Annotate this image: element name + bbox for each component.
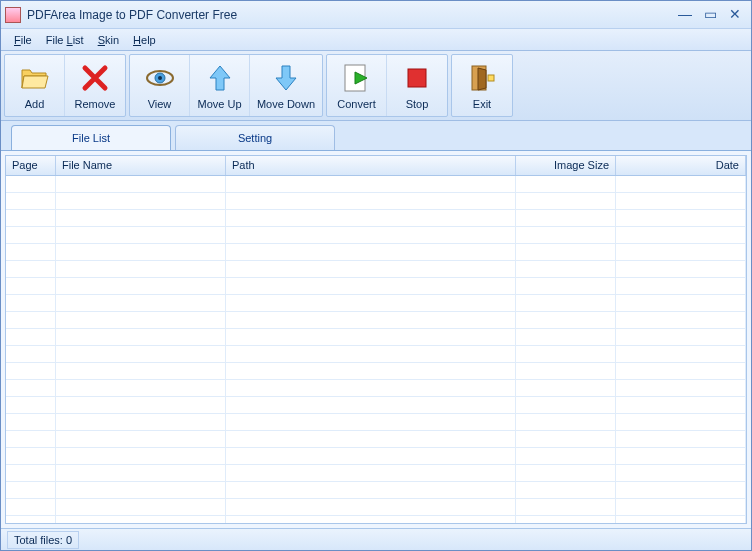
- remove-button[interactable]: Remove: [65, 55, 125, 116]
- app-icon: [5, 7, 21, 23]
- menu-skin[interactable]: Skin: [91, 32, 126, 48]
- menu-help[interactable]: Help: [126, 32, 163, 48]
- table-row[interactable]: [6, 363, 746, 380]
- remove-label: Remove: [75, 98, 116, 110]
- table-row[interactable]: [6, 414, 746, 431]
- table-row[interactable]: [6, 516, 746, 523]
- add-label: Add: [25, 98, 45, 110]
- grid-body[interactable]: [6, 176, 746, 523]
- column-date[interactable]: Date: [616, 156, 746, 175]
- titlebar: PDFArea Image to PDF Converter Free — ▭ …: [1, 1, 751, 29]
- menubar: File File List Skin Help: [1, 29, 751, 51]
- table-row[interactable]: [6, 346, 746, 363]
- moveup-label: Move Up: [197, 98, 241, 110]
- column-page[interactable]: Page: [6, 156, 56, 175]
- grid-header: Page File Name Path Image Size Date: [6, 156, 746, 176]
- toolbar-group-action: Convert Stop: [326, 54, 448, 117]
- menu-file[interactable]: File: [7, 32, 39, 48]
- table-row[interactable]: [6, 499, 746, 516]
- table-row[interactable]: [6, 193, 746, 210]
- movedown-label: Move Down: [257, 98, 315, 110]
- moveup-button[interactable]: Move Up: [190, 55, 250, 116]
- eye-icon: [144, 62, 176, 94]
- exit-door-icon: [466, 62, 498, 94]
- stop-button[interactable]: Stop: [387, 55, 447, 116]
- table-row[interactable]: [6, 482, 746, 499]
- tab-bar: File List Setting: [1, 121, 751, 150]
- table-row[interactable]: [6, 278, 746, 295]
- column-imagesize[interactable]: Image Size: [516, 156, 616, 175]
- view-label: View: [148, 98, 172, 110]
- table-row[interactable]: [6, 176, 746, 193]
- maximize-button[interactable]: ▭: [698, 7, 722, 23]
- window-title: PDFArea Image to PDF Converter Free: [27, 8, 672, 22]
- exit-button[interactable]: Exit: [452, 55, 512, 116]
- toolbar-group-view: View Move Up Move Down: [129, 54, 323, 117]
- stop-icon: [401, 62, 433, 94]
- toolbar-group-exit: Exit: [451, 54, 513, 117]
- table-row[interactable]: [6, 295, 746, 312]
- table-row[interactable]: [6, 312, 746, 329]
- svg-rect-6: [488, 75, 494, 81]
- add-button[interactable]: Add: [5, 55, 65, 116]
- svg-rect-4: [408, 69, 426, 87]
- arrow-down-icon: [270, 62, 302, 94]
- table-row[interactable]: [6, 465, 746, 482]
- toolbar: Add Remove View Move Up Move Down: [1, 51, 751, 121]
- arrow-up-icon: [204, 62, 236, 94]
- table-row[interactable]: [6, 329, 746, 346]
- convert-icon: [341, 62, 373, 94]
- view-button[interactable]: View: [130, 55, 190, 116]
- status-total-files: Total files: 0: [7, 531, 79, 549]
- menu-filelist[interactable]: File List: [39, 32, 91, 48]
- table-row[interactable]: [6, 244, 746, 261]
- exit-label: Exit: [473, 98, 491, 110]
- svg-point-2: [158, 76, 162, 80]
- movedown-button[interactable]: Move Down: [250, 55, 322, 116]
- close-button[interactable]: ✕: [723, 7, 747, 23]
- file-list-grid: Page File Name Path Image Size Date: [5, 155, 747, 524]
- table-row[interactable]: [6, 380, 746, 397]
- statusbar: Total files: 0: [1, 528, 751, 550]
- remove-x-icon: [79, 62, 111, 94]
- table-row[interactable]: [6, 227, 746, 244]
- column-filename[interactable]: File Name: [56, 156, 226, 175]
- minimize-button[interactable]: —: [673, 7, 697, 23]
- column-path[interactable]: Path: [226, 156, 516, 175]
- convert-label: Convert: [337, 98, 376, 110]
- table-row[interactable]: [6, 431, 746, 448]
- tab-setting[interactable]: Setting: [175, 125, 335, 150]
- table-row[interactable]: [6, 448, 746, 465]
- table-row[interactable]: [6, 397, 746, 414]
- folder-open-icon: [19, 62, 51, 94]
- stop-label: Stop: [406, 98, 429, 110]
- table-row[interactable]: [6, 210, 746, 227]
- tab-filelist[interactable]: File List: [11, 125, 171, 150]
- table-row[interactable]: [6, 261, 746, 278]
- content-area: Page File Name Path Image Size Date: [1, 150, 751, 528]
- convert-button[interactable]: Convert: [327, 55, 387, 116]
- toolbar-group-file: Add Remove: [4, 54, 126, 117]
